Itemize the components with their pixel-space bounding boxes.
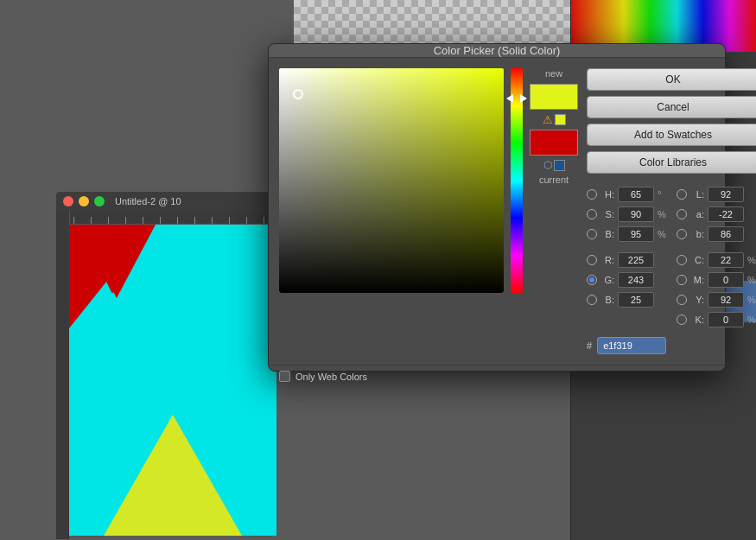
color-gradient-picker[interactable] [279, 68, 504, 293]
label-K: K: [690, 314, 704, 325]
input-M[interactable] [708, 272, 744, 288]
traffic-light-green[interactable] [94, 196, 105, 206]
add-to-swatches-button[interactable]: Add to Swatches [587, 124, 756, 146]
label-a: a: [690, 209, 704, 219]
right-controls: OK Cancel Add to Swatches Color Librarie… [587, 68, 756, 354]
input-row-B: B: % [587, 226, 670, 243]
radio-B[interactable] [587, 229, 597, 239]
input-B[interactable] [618, 226, 654, 242]
unit-B: % [658, 229, 670, 239]
hue-arrow-right [520, 94, 527, 103]
new-color-swatch[interactable] [530, 84, 578, 110]
ps-window-title: Untitled-2 @ 10 [115, 196, 181, 206]
hue-slider-container[interactable] [509, 68, 524, 293]
gradient-dark-layer [279, 68, 504, 293]
color-picker-dialog: Color Picker (Solid Color) [268, 43, 726, 372]
input-row-K: K: % [677, 311, 756, 328]
alert-row: ⚠ [543, 113, 566, 126]
only-web-colors-label: Only Web Colors [295, 372, 367, 382]
input-G[interactable] [618, 272, 654, 288]
radio-Y[interactable] [677, 295, 687, 305]
unit-M: % [747, 275, 756, 285]
spacer1 [587, 245, 670, 249]
ruler-vertical [56, 211, 70, 539]
ps-window-titlebar: Untitled-2 @ 10 [56, 192, 281, 211]
traffic-light-yellow[interactable] [79, 196, 89, 206]
input-row-R: R: [587, 251, 670, 269]
radio-H[interactable] [587, 189, 597, 200]
hex-label: # [587, 340, 592, 351]
web-color-swatch[interactable] [554, 160, 565, 171]
dialog-body: new ⚠ ⬡ current [269, 58, 725, 365]
canvas-shapes [69, 225, 276, 536]
input-S[interactable] [618, 206, 654, 222]
alert-triangle-icon[interactable]: ⚠ [543, 113, 553, 126]
spacer2 [677, 245, 756, 249]
radio-Bv[interactable] [587, 295, 597, 305]
input-row-M: M: % [677, 271, 756, 289]
input-b[interactable] [708, 226, 744, 242]
label-Bv: B: [600, 295, 614, 305]
hex-input[interactable] [597, 337, 666, 354]
unit-C: % [747, 255, 756, 265]
radio-b[interactable] [677, 229, 687, 239]
hex-row: # [587, 337, 756, 354]
dialog-title-bar: Color Picker (Solid Color) [269, 44, 725, 58]
input-L[interactable] [708, 187, 744, 202]
radio-M[interactable] [677, 275, 687, 285]
label-C: C: [690, 255, 704, 265]
only-web-colors-checkbox[interactable] [279, 371, 290, 382]
radio-a[interactable] [677, 209, 687, 219]
ruler-h-ticks [56, 211, 281, 224]
input-C[interactable] [708, 252, 744, 268]
input-row-G: G: [587, 271, 670, 289]
label-b: b: [690, 229, 704, 239]
input-row-Y: Y: % [677, 291, 756, 308]
unit-S: % [658, 209, 670, 219]
input-row-C: C: % [677, 251, 756, 269]
input-H[interactable] [618, 187, 654, 202]
label-L: L: [690, 189, 704, 200]
input-row-L: L: [677, 186, 756, 203]
radio-K[interactable] [677, 314, 687, 325]
input-Y[interactable] [708, 292, 744, 308]
input-a[interactable] [708, 206, 744, 222]
gradient-square[interactable] [279, 68, 504, 293]
label-B: B: [600, 229, 614, 239]
traffic-light-red[interactable] [63, 196, 73, 206]
hue-slider[interactable] [511, 68, 523, 293]
ok-button[interactable]: OK [587, 68, 756, 91]
cube-row: ⬡ [543, 159, 565, 171]
input-row-S: S: % [587, 206, 670, 223]
color-picker-left: new ⚠ ⬡ current [279, 68, 578, 354]
color-inputs-area: H: ° S: % B: [587, 186, 756, 328]
label-M: M: [690, 275, 704, 285]
color-libraries-button[interactable]: Color Libraries [587, 151, 756, 174]
col-lab-cmyk: L: a: b: [677, 186, 756, 328]
alert-color-swatch[interactable] [555, 114, 566, 125]
label-H: H: [600, 189, 614, 200]
cancel-button[interactable]: Cancel [587, 96, 756, 118]
radio-G[interactable] [587, 275, 597, 285]
radio-R[interactable] [587, 255, 597, 265]
radio-S[interactable] [587, 209, 597, 219]
input-K[interactable] [708, 312, 744, 327]
current-color-swatch[interactable] [530, 130, 578, 156]
dialog-title: Color Picker (Solid Color) [434, 44, 561, 57]
label-S: S: [600, 209, 614, 219]
col-hsb-rgb: H: ° S: % B: [587, 186, 670, 328]
input-row-H: H: ° [587, 186, 670, 203]
hue-arrow-left [506, 94, 513, 103]
radio-C[interactable] [677, 255, 687, 265]
label-Y: Y: [690, 295, 704, 305]
unit-K: % [747, 314, 756, 325]
input-Bv[interactable] [618, 292, 654, 308]
web-colors-row: Only Web Colors [269, 365, 725, 387]
radio-L[interactable] [677, 189, 687, 200]
button-group: OK Cancel Add to Swatches Color Librarie… [587, 68, 756, 174]
new-label: new [545, 68, 562, 79]
input-R[interactable] [618, 252, 654, 268]
input-row-a: a: [677, 206, 756, 223]
cube-icon[interactable]: ⬡ [543, 159, 552, 171]
current-label: current [539, 175, 569, 185]
